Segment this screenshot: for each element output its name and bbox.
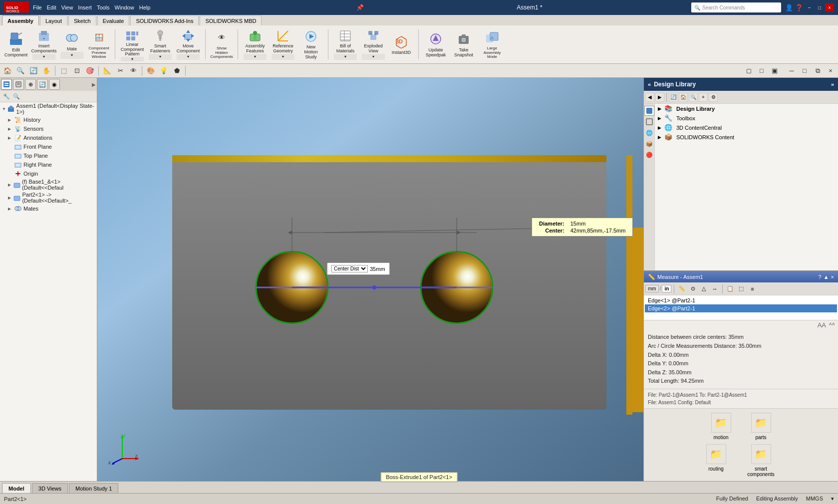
dl-item-solidworks-content[interactable]: ▶ 📦 SOLIDWORKS Content [655, 132, 838, 142]
menu-help[interactable]: Help [139, 4, 151, 10]
tb2-box-zoom[interactable]: ⬚ [58, 65, 69, 76]
tb2-hide-show[interactable]: 👁 [128, 65, 139, 76]
tree-root-assem1[interactable]: ▼ Assem1 (Default<Display State-1>) [0, 102, 97, 115]
menu-view[interactable]: View [61, 4, 73, 10]
maximize-btn[interactable]: □ [815, 3, 824, 11]
tb2-zoom-icon[interactable]: 🔍 [15, 65, 26, 76]
tab-evaluate[interactable]: Evaluate [97, 15, 130, 25]
tree-tab-config[interactable]: ⊕ [25, 79, 36, 90]
dl-item-3dcontentcentral[interactable]: ▶ 🌐 3D ContentCentral [655, 123, 838, 132]
text-smaller-icon[interactable]: ᴬᴬ [829, 321, 835, 329]
btn-move-component[interactable]: MoveComponent ▾ [175, 27, 201, 61]
btn-update-speedpak[interactable]: UpdateSpeedpak [423, 27, 449, 61]
tab-model[interactable]: Model [2, 483, 31, 493]
dl-search-btn[interactable]: 🔍 [689, 93, 698, 102]
measure-collapse-btn[interactable]: ▲ [824, 274, 829, 280]
btn-assembly-features[interactable]: AssemblyFeatures ▾ [242, 27, 268, 61]
measure-close-btn[interactable]: × [831, 274, 834, 280]
tree-item-top-plane[interactable]: Top Plane [0, 151, 97, 160]
menu-edit[interactable]: Edit [47, 4, 56, 10]
tb2-display-style[interactable]: 🎨 [145, 65, 156, 76]
tab-sketch[interactable]: Sketch [68, 15, 96, 25]
tree-arrow-btn[interactable]: ▶ [92, 82, 96, 87]
mp-tool-4[interactable]: ↔ [710, 284, 720, 294]
close-btn[interactable]: × [825, 3, 834, 11]
tb2-section-view[interactable]: ✂ [115, 65, 126, 76]
bom-dropdown[interactable]: ▾ [334, 54, 357, 60]
assembly-features-dropdown[interactable]: ▾ [244, 54, 267, 60]
tb2-lights[interactable]: 💡 [158, 65, 169, 76]
tab-3dviews[interactable]: 3D Views [32, 483, 68, 493]
user-icon[interactable]: 👤 [785, 4, 793, 11]
dl-add-btn[interactable]: + [699, 93, 708, 102]
tb2-home-icon[interactable]: 🏠 [2, 65, 13, 76]
tb2-pan-icon[interactable]: ✋ [41, 65, 52, 76]
viewport-restore[interactable]: ⧉ [812, 65, 823, 76]
tree-item-sensors[interactable]: ▶ 📡 Sensors [0, 124, 97, 133]
menu-tools[interactable]: Tools [97, 4, 110, 10]
text-larger-icon[interactable]: AA [818, 321, 826, 329]
mp-tool-5[interactable]: 📋 [725, 284, 735, 294]
dl-grid-parts[interactable]: 📁 parts [746, 413, 776, 440]
viewport-minimize[interactable]: ─ [786, 65, 797, 76]
filter-btn-2[interactable]: 🔍 [12, 92, 21, 101]
tb2-view-orient[interactable]: 📐 [102, 65, 113, 76]
insert-components-dropdown[interactable]: ▾ [32, 54, 55, 60]
dl-side-icon-4[interactable]: 📦 [644, 139, 654, 149]
tree-item-origin[interactable]: Origin [0, 169, 97, 178]
tab-addins[interactable]: SOLIDWORKS Add-Ins [130, 15, 199, 25]
status-units-dropdown[interactable]: ▾ [831, 496, 834, 502]
tree-tab-feature[interactable] [1, 79, 12, 90]
tree-item-front-plane[interactable]: Front Plane [0, 142, 97, 151]
tab-mbd[interactable]: SOLIDWORKS MBD [200, 15, 262, 25]
dl-grid-motion[interactable]: 📁 motion [706, 413, 736, 440]
edge-item-1[interactable]: Edge<1> @Part2-1 [645, 296, 837, 304]
btn-reference-geometry[interactable]: ReferenceGeometry ▾ [270, 27, 296, 61]
help-icon[interactable]: ❓ [795, 4, 803, 11]
tb2-appearance[interactable]: ⬟ [171, 65, 182, 76]
dim-type-select[interactable]: Center Dist Min Dist Max Dist [331, 265, 368, 272]
edge-item-2[interactable]: Edge<2> @Part2-1 [645, 304, 837, 312]
tb2-nav-3[interactable]: ▣ [769, 65, 780, 76]
dl-grid-smart-components[interactable]: 📁 smart components [741, 444, 781, 477]
dl-item-toolbox[interactable]: ▶ 🔧 Toolbox [655, 113, 838, 123]
mp-tool-6[interactable]: ⬚ [736, 284, 746, 294]
tab-layout[interactable]: Layout [40, 15, 67, 25]
mp-tool-3[interactable]: △ [699, 284, 709, 294]
tab-assembly[interactable]: Assembly [2, 15, 39, 25]
units-in[interactable]: in [662, 285, 671, 292]
tb2-rotate-icon[interactable]: 🔄 [28, 65, 39, 76]
tree-item-right-plane[interactable]: Right Plane [0, 160, 97, 169]
dl-grid-routing[interactable]: 📁 routing [701, 444, 731, 477]
exploded-view-dropdown[interactable]: ▾ [362, 54, 385, 60]
linear-pattern-dropdown[interactable]: ▾ [121, 57, 144, 61]
btn-large-assembly-mode[interactable]: A LargeAssemblyMode [479, 27, 506, 61]
move-component-dropdown[interactable]: ▾ [177, 54, 200, 60]
tree-item-annotations[interactable]: ▶ 📝 Annotations [0, 133, 97, 142]
status-units[interactable]: MMGS [806, 496, 823, 502]
tree-item-base1[interactable]: ▶ (f) Base1_&<1> (Default<<Defaul [0, 178, 97, 191]
viewport[interactable]: Center Dist Min Dist Max Dist 35mm Diame… [97, 78, 643, 481]
dl-refresh-btn[interactable]: 🔄 [669, 93, 678, 102]
measure-help-btn[interactable]: ? [819, 274, 822, 280]
tb2-zoom-fit[interactable]: ⊡ [71, 65, 82, 76]
tree-item-mates[interactable]: ▶ Mates [0, 204, 97, 213]
btn-exploded-view[interactable]: ExplodedView ▾ [360, 27, 386, 61]
dl-item-design-library[interactable]: ▶ 📚 Design Library [655, 104, 838, 113]
btn-mate[interactable]: Mate ▾ [59, 27, 85, 61]
btn-edit-component[interactable]: EditComponent [3, 27, 29, 61]
btn-smart-fasteners[interactable]: SmartFasteners ▾ [147, 27, 173, 61]
dl-settings-btn[interactable]: ⚙ [709, 93, 718, 102]
tree-tab-display[interactable]: ◉ [49, 79, 60, 90]
btn-new-motion-study[interactable]: New MotionStudy [298, 27, 324, 61]
menu-window[interactable]: Window [115, 4, 134, 10]
dl-expand-right[interactable]: » [831, 81, 834, 87]
dl-side-icon-1[interactable] [644, 106, 654, 116]
tb2-zoom-sel[interactable]: 🎯 [84, 65, 95, 76]
dl-side-icon-2[interactable] [644, 117, 654, 127]
tb2-nav-1[interactable]: ◻ [743, 65, 754, 76]
tree-tab-custom[interactable]: 🔄 [37, 79, 48, 90]
mp-tool-2[interactable]: ⊙ [688, 284, 698, 294]
menu-file[interactable]: File [33, 4, 42, 10]
btn-show-hidden[interactable]: 👁 ShowHiddenComponents [210, 27, 234, 61]
